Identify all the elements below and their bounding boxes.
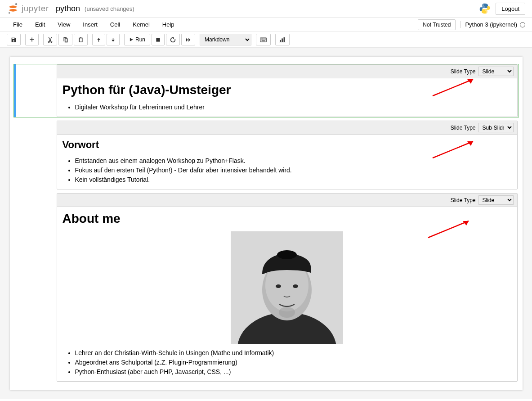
python-logo-icon <box>478 2 491 15</box>
slide-type-select[interactable]: Slide <box>478 67 514 76</box>
slide-type-select[interactable]: Slide <box>478 195 514 205</box>
jupyter-logo[interactable]: jupyter <box>7 2 49 15</box>
menu-help[interactable]: Help <box>156 18 181 32</box>
svg-rect-14 <box>264 39 265 40</box>
menu-edit[interactable]: Edit <box>29 18 51 32</box>
restart-icon <box>170 37 176 43</box>
svg-point-3 <box>486 12 487 13</box>
cell-type-select[interactable]: Markdown <box>200 34 251 45</box>
cell-body: Slide Type Slide About me <box>57 193 518 382</box>
svg-rect-11 <box>261 39 262 40</box>
cell-toolbar: Slide Type Sub-Slide <box>57 121 517 135</box>
slide-type-select[interactable]: Sub-Slide <box>478 123 514 132</box>
cell-toolbar: Slide Type Slide <box>57 65 517 78</box>
svg-rect-13 <box>263 39 264 40</box>
move-down-button[interactable] <box>107 34 120 45</box>
svg-rect-20 <box>279 42 286 42</box>
list-item: Fokus auf den ersten Teil (Python!) - De… <box>75 166 512 175</box>
copy-button[interactable] <box>58 34 72 45</box>
svg-point-26 <box>276 284 281 288</box>
cell-body: Slide Type Slide Python für (Java)-Umste… <box>57 64 518 117</box>
restart-button[interactable] <box>166 34 180 45</box>
cell-heading: Vorwort <box>63 139 512 151</box>
svg-point-1 <box>9 12 10 14</box>
move-up-button[interactable] <box>92 34 105 45</box>
insert-cell-button[interactable] <box>25 34 39 45</box>
cell-bullet-list: Lehrer an der Christian-Wirth-Schule in … <box>63 348 512 377</box>
cell-content[interactable]: Vorwort Entstanden aus einem analogen Wo… <box>57 135 517 189</box>
kernel-idle-icon <box>520 22 525 27</box>
svg-rect-4 <box>156 38 160 41</box>
notebook-area: Slide Type Slide Python für (Java)-Umste… <box>0 48 532 399</box>
cell-prompt <box>16 64 57 117</box>
svg-rect-18 <box>282 38 283 42</box>
list-item: Abgeordnet ans Schulportal (z.Z. Plugin-… <box>75 358 512 367</box>
arrow-down-icon <box>111 37 116 42</box>
menu-cell[interactable]: Cell <box>104 18 126 32</box>
menubar: File Edit View Insert Cell Kernel Help N… <box>0 18 532 32</box>
slide-type-label: Slide Type <box>451 68 476 75</box>
svg-rect-15 <box>265 39 266 40</box>
svg-rect-12 <box>262 39 263 40</box>
cut-button[interactable] <box>43 34 57 45</box>
command-palette-button[interactable] <box>256 34 271 45</box>
svg-rect-16 <box>262 41 265 41</box>
arrow-up-icon <box>96 37 101 42</box>
svg-point-2 <box>483 5 484 5</box>
cell-toolbar: Slide Type Slide <box>57 194 517 207</box>
fast-forward-icon <box>185 37 191 42</box>
save-icon <box>11 37 17 43</box>
interrupt-button[interactable] <box>152 34 165 45</box>
menu-file[interactable]: File <box>7 18 29 32</box>
cell-content[interactable]: About me Leh <box>57 207 517 381</box>
menu-view[interactable]: View <box>51 18 76 32</box>
cell-heading: About me <box>63 212 512 226</box>
cell-0[interactable]: Slide Type Slide Python für (Java)-Umste… <box>13 64 519 117</box>
menu-kernel[interactable]: Kernel <box>126 18 156 32</box>
menu-insert[interactable]: Insert <box>76 18 104 32</box>
copy-icon <box>63 37 68 43</box>
save-button[interactable] <box>7 34 21 45</box>
paste-button[interactable] <box>74 34 88 45</box>
svg-rect-9 <box>264 38 265 39</box>
cell-content[interactable]: Python für (Java)-Umsteiger Digitaler Wo… <box>57 78 517 117</box>
header-bar: jupyter python (unsaved changes) Logout <box>0 0 532 18</box>
logout-button[interactable]: Logout <box>496 3 525 15</box>
run-button[interactable]: Run <box>124 34 150 45</box>
play-icon <box>129 37 134 42</box>
run-label: Run <box>135 36 145 43</box>
cell-prompt <box>16 121 57 189</box>
kernel-name[interactable]: Python 3 (ipykernel) <box>460 21 525 28</box>
jupyter-icon <box>7 2 19 15</box>
stop-icon <box>156 37 161 42</box>
list-item: Kein vollständiges Tutorial. <box>75 175 512 185</box>
cell-body: Slide Type Sub-Slide Vorwort Entstanden … <box>57 121 518 189</box>
notebook-container: Slide Type Slide Python für (Java)-Umste… <box>10 57 523 390</box>
list-item: Lehrer an der Christian-Wirth-Schule in … <box>75 348 512 358</box>
cell-bullet-list: Digitaler Workshop für Lehrerinnen und L… <box>63 103 512 112</box>
slideshow-button[interactable] <box>275 34 290 45</box>
cell-2[interactable]: Slide Type Slide About me <box>13 193 519 382</box>
jupyter-logo-text: jupyter <box>22 4 49 14</box>
svg-rect-10 <box>265 38 266 39</box>
list-item: Python-Enthusiast (aber auch PHP, Javasc… <box>75 367 512 377</box>
svg-rect-7 <box>262 38 263 39</box>
svg-point-27 <box>293 284 298 288</box>
slide-type-label: Slide Type <box>451 125 476 131</box>
list-item: Entstanden aus einem analogen Workshop z… <box>75 156 512 166</box>
cell-bullet-list: Entstanden aus einem analogen Workshop z… <box>63 156 512 185</box>
bar-chart-icon <box>279 37 286 42</box>
not-trusted-button[interactable]: Not Trusted <box>418 19 456 30</box>
cell-1[interactable]: Slide Type Sub-Slide Vorwort Entstanden … <box>13 120 519 190</box>
notebook-name[interactable]: python <box>56 4 80 14</box>
svg-rect-6 <box>261 38 262 39</box>
svg-point-28 <box>279 307 295 318</box>
slide-type-label: Slide Type <box>451 197 476 203</box>
svg-rect-19 <box>284 37 285 42</box>
restart-run-all-button[interactable] <box>181 34 195 45</box>
toolbar: Run Markdown <box>0 32 532 48</box>
plus-icon <box>29 37 35 42</box>
kernel-name-text: Python 3 (ipykernel) <box>465 21 517 28</box>
list-item: Digitaler Workshop für Lehrerinnen und L… <box>75 103 512 112</box>
keyboard-icon <box>260 37 267 42</box>
